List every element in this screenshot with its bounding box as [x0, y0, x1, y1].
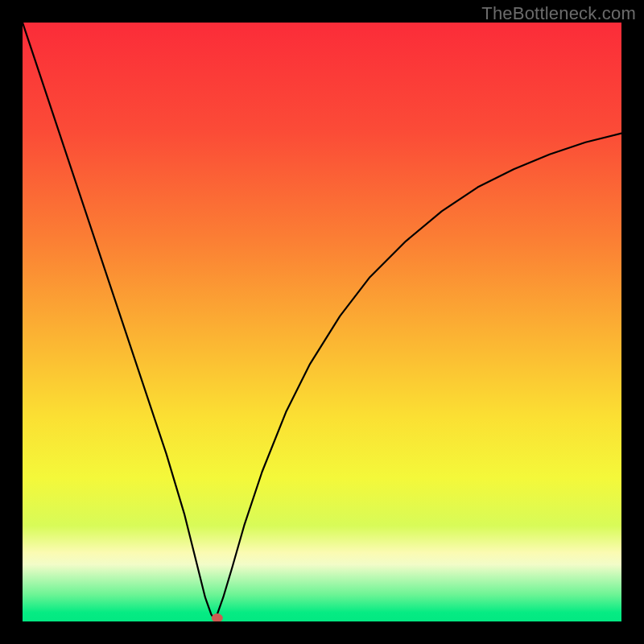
gradient-background [23, 23, 621, 621]
bottleneck-chart [23, 23, 621, 621]
chart-frame: TheBottleneck.com [0, 0, 644, 644]
watermark-text: TheBottleneck.com [481, 3, 636, 24]
plot-area [23, 23, 621, 621]
